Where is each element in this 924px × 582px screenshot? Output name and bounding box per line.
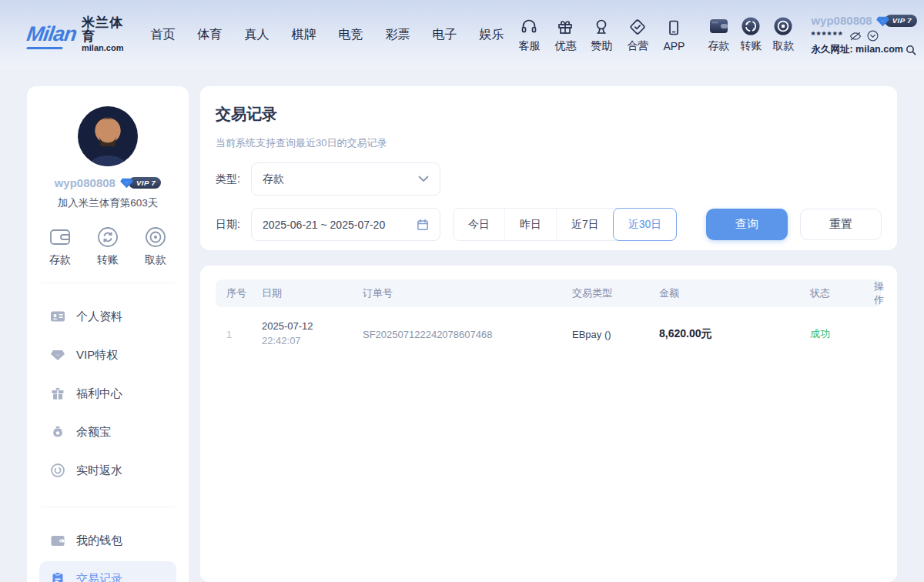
range-7days-button[interactable]: 近7日 — [556, 209, 614, 240]
smartphone-icon — [665, 17, 683, 37]
row-index: 1 — [226, 329, 262, 340]
row-order-no: SF202507122242078607468 — [363, 329, 572, 340]
logo-domain-text: milan.com — [82, 44, 123, 53]
vip-badge: VIP 7 — [876, 15, 917, 27]
transactions-table-panel: 序号 日期 订单号 交易类型 金额 状态 操作 1 2025-07-12 22:… — [200, 266, 897, 582]
sidebar-item-vip[interactable]: VIP特权 — [39, 337, 176, 373]
nav-entertainment[interactable]: 娱乐 — [479, 27, 504, 43]
search-button[interactable]: 查询 — [706, 209, 788, 240]
date-label: 日期: — [216, 218, 251, 232]
sidebar-item-profile[interactable]: 个人资料 — [39, 299, 176, 334]
col-amount: 金额 — [659, 286, 810, 300]
sidebar-menu: 个人资料 VIP特权 — [27, 299, 189, 491]
sidebar-item-transactions[interactable]: 交易记录 — [39, 561, 176, 582]
row-time-text: 22:42:07 — [262, 335, 301, 346]
rebate-swirl-icon — [50, 463, 65, 478]
nav-sports[interactable]: 体育 — [197, 27, 222, 43]
gem-icon — [50, 347, 65, 363]
row-date-text: 2025-07-12 — [262, 320, 313, 332]
chevron-circle-icon[interactable] — [867, 30, 879, 42]
row-status: 成功 — [810, 327, 874, 341]
affiliate-button[interactable]: 合营 — [627, 16, 648, 53]
headset-icon — [520, 16, 538, 36]
row-datetime: 2025-07-12 22:42:07 — [262, 319, 363, 349]
sponsor-button[interactable]: 赞助 — [591, 16, 612, 53]
logo-script-text: Milan — [25, 24, 78, 45]
eye-off-icon[interactable] — [849, 31, 862, 42]
date-range-input[interactable]: 2025-06-21 ~ 2025-07-20 — [251, 208, 440, 241]
magnifier-icon[interactable] — [906, 45, 916, 55]
header-right: 客服 优惠 赞助 — [504, 14, 924, 56]
row-amount: 8,620.00元 — [659, 327, 810, 341]
sidebar-item-rewards[interactable]: 福利中心 — [39, 376, 176, 411]
calendar-icon — [417, 219, 429, 231]
page: Milan 米兰体育 milan.com 首页 体育 真人 棋牌 电竞 彩票 电… — [0, 0, 924, 582]
top-navbar: Milan 米兰体育 milan.com 首页 体育 真人 棋牌 电竞 彩票 电… — [0, 0, 924, 69]
logo-cn-text: 米兰体育 — [82, 16, 123, 44]
deposit-button[interactable]: 存款 — [708, 16, 729, 53]
col-action: 操作 — [874, 279, 884, 307]
filter-actions: 查询 重置 — [706, 208, 882, 241]
vip-gem-icon — [876, 15, 889, 27]
nav-esports[interactable]: 电竞 — [338, 27, 363, 43]
range-yesterday-button[interactable]: 昨日 — [504, 209, 556, 240]
promo-button[interactable]: 优惠 — [554, 16, 576, 53]
date-filter-row: 日期: 2025-06-21 ~ 2025-07-20 今日 昨日 近7日 近3… — [216, 208, 882, 241]
wallet-outline-icon — [49, 226, 72, 249]
chevron-down-icon — [418, 176, 429, 182]
sidebar-item-my-wallet[interactable]: 我的钱包 — [39, 523, 176, 558]
withdraw-button[interactable]: 取款 — [772, 16, 794, 53]
sidebar-avatar[interactable] — [78, 106, 138, 166]
balance-masked-text: ****** — [811, 29, 843, 42]
username-text: wyp080808 — [811, 14, 872, 28]
nav-live[interactable]: 真人 — [244, 27, 269, 43]
type-select[interactable]: 存款 — [251, 162, 440, 196]
sidebar-username-text: wyp080808 — [55, 176, 116, 189]
transfer-button[interactable]: 转账 — [740, 16, 762, 53]
col-type: 交易类型 — [572, 286, 659, 300]
transfer-outline-icon — [96, 226, 119, 249]
trophy-icon — [592, 16, 611, 36]
nav-cards[interactable]: 棋牌 — [291, 27, 316, 43]
nav-lottery[interactable]: 彩票 — [385, 27, 410, 43]
range-today-button[interactable]: 今日 — [454, 209, 504, 240]
sidebar-menu-wallet: 我的钱包 交易记录 — [27, 523, 189, 582]
quick-withdraw-button[interactable]: 取款 — [144, 226, 167, 267]
permanent-url-text: 永久网址: milan.com — [811, 44, 902, 56]
wallet-small-icon — [50, 533, 65, 548]
col-order-no: 订单号 — [363, 286, 572, 300]
profile-sidebar: wyp080808 VIP 7 加入米兰体育第603天 存款 — [27, 86, 189, 582]
main-nav: 首页 体育 真人 棋牌 电竞 彩票 电子 娱乐 — [150, 27, 504, 43]
col-status: 状态 — [810, 286, 874, 300]
brand-logo[interactable]: Milan 米兰体育 milan.com — [27, 16, 123, 52]
type-label: 类型: — [216, 172, 251, 186]
transfer-circle-icon — [741, 16, 761, 36]
gift-icon — [556, 16, 574, 36]
reset-button[interactable]: 重置 — [800, 209, 882, 240]
quick-deposit-button[interactable]: 存款 — [49, 226, 72, 267]
wallet-filled-icon — [708, 16, 729, 36]
table-header-row: 序号 日期 订单号 交易类型 金额 状态 操作 — [216, 279, 882, 307]
id-card-icon — [50, 309, 65, 324]
app-download-button[interactable]: APP — [663, 17, 685, 52]
page-subtitle: 当前系统支持查询最近30日的交易记录 — [216, 136, 882, 150]
quick-transfer-button[interactable]: 转账 — [96, 226, 119, 267]
type-select-value: 存款 — [263, 172, 284, 186]
range-30days-button[interactable]: 近30日 — [613, 208, 678, 241]
user-info-block: wyp080808 VIP 7 ****** — [811, 14, 917, 56]
col-index: 序号 — [226, 286, 262, 300]
table-row: 1 2025-07-12 22:42:07 SF2025071222420786… — [216, 307, 882, 361]
support-button[interactable]: 客服 — [518, 16, 540, 53]
sidebar-quick-actions: 存款 转账 取款 — [27, 226, 189, 267]
sidebar-vip-badge: VIP 7 — [120, 177, 161, 189]
sidebar-item-yuebao[interactable]: 余额宝 — [39, 414, 176, 450]
money-bag-icon — [50, 424, 65, 440]
type-filter-row: 类型: 存款 — [216, 162, 882, 196]
sidebar-vip-level-text: VIP 7 — [129, 177, 161, 189]
coin-outline-icon — [144, 226, 167, 249]
nav-slots[interactable]: 电子 — [432, 27, 457, 43]
sidebar-item-rebate[interactable]: 实时返水 — [39, 453, 176, 488]
divider — [41, 283, 175, 283]
gift-box-icon — [50, 386, 65, 401]
nav-home[interactable]: 首页 — [150, 27, 175, 43]
